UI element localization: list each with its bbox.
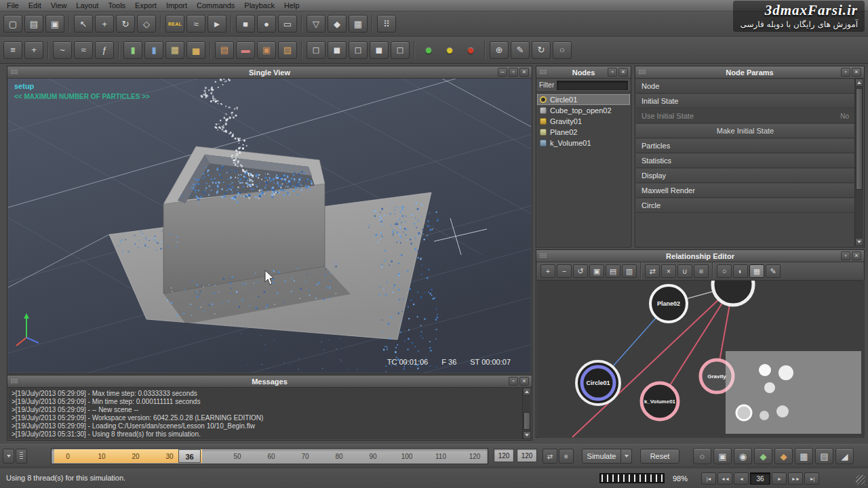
panel-float-button[interactable]: ▫ — [509, 377, 518, 386]
grid-domain2-icon[interactable]: ◼ — [328, 41, 347, 59]
stats-chart-icon[interactable]: ▅ — [186, 41, 205, 59]
batch-script-icon[interactable]: ƒ — [95, 41, 114, 59]
go-first-frame-icon[interactable]: |◄ — [701, 472, 716, 485]
job-manager-icon[interactable]: ▨ — [278, 41, 297, 59]
node-list-item-cube-top-open02[interactable]: Cube_top_open02 — [537, 105, 630, 116]
go-last-frame-icon[interactable]: ►| — [804, 472, 819, 485]
preview-zoom-icon[interactable]: ○ — [693, 448, 711, 464]
remove-node-icon[interactable]: − — [557, 264, 572, 278]
sim-graph-icon[interactable]: ▮ — [123, 41, 142, 59]
scroll-up-icon[interactable] — [523, 388, 531, 396]
filter-input[interactable] — [557, 81, 628, 90]
panel-float-button[interactable]: ▫ — [841, 251, 850, 260]
menu-view[interactable]: View — [46, 1, 72, 10]
pan-hand-icon[interactable]: ⊕ — [490, 41, 509, 59]
move-tool-icon[interactable]: + — [95, 15, 114, 33]
scale-tool-icon[interactable]: ◇ — [137, 15, 156, 33]
scroll-down-icon[interactable] — [523, 431, 531, 439]
nodes-titlebar[interactable]: ⠿⠿ Nodes ▫ × — [536, 66, 631, 79]
mesh-build-icon[interactable]: ◆ — [754, 448, 772, 464]
preview-play-icon[interactable]: ► — [208, 15, 226, 33]
max-frames-field[interactable]: 120 — [517, 449, 537, 462]
panel-close-button[interactable]: × — [519, 377, 529, 386]
message-log[interactable]: >[19/July/2013 05:29:09] - Max time step… — [8, 388, 522, 439]
resize-grip[interactable] — [856, 475, 865, 485]
timeline-link-icon[interactable]: ⇄ — [542, 449, 557, 464]
panel-close-button[interactable]: × — [519, 68, 529, 77]
image-viewer-icon[interactable]: ▣ — [257, 41, 276, 59]
params-section-statistics[interactable]: Statistics — [636, 154, 854, 168]
export-graph-icon[interactable]: ▤ — [606, 264, 620, 278]
realwave-icon[interactable]: ≈ — [186, 15, 205, 33]
next-frame-icon[interactable]: ► — [772, 472, 787, 485]
params-section-maxwell-render[interactable]: Maxwell Render — [636, 184, 854, 198]
panel-close-button[interactable]: × — [618, 68, 628, 77]
menu-commands[interactable]: Commands — [192, 1, 239, 10]
open-scene-icon[interactable]: ▤ — [24, 15, 43, 33]
viewport-canvas[interactable]: setup << MAXIMUM NUMBER OF PARTICLES >> … — [8, 79, 531, 373]
panel-drag-handle-icon[interactable]: ⠿⠿ — [10, 69, 18, 76]
menu-tools[interactable]: Tools — [103, 1, 130, 10]
simulate-button[interactable]: Simulate — [582, 449, 621, 464]
add-node-icon[interactable]: + — [540, 264, 555, 278]
panel-drag-handle-icon[interactable]: ⠿⠿ — [638, 69, 646, 76]
make-initial-state-button[interactable]: Make Initial State — [636, 124, 854, 138]
memory-graph-icon[interactable]: ▮ — [144, 41, 163, 59]
messages-titlebar[interactable]: ⠿⠿ Messages ▫ × — [7, 375, 532, 388]
add-layer-icon[interactable]: + — [24, 41, 43, 59]
frame-all-icon[interactable]: ▣ — [589, 264, 604, 278]
expand-icon[interactable]: ◢ — [835, 448, 854, 464]
scroll-up-icon[interactable] — [855, 79, 863, 87]
relationship-graph[interactable]: Plane02 Gravity Circle01 k_Volume01 — [537, 281, 865, 438]
status-green-icon[interactable]: ● — [419, 41, 438, 59]
transport-frame-field[interactable]: 36 — [750, 472, 770, 485]
annotate-pen-icon[interactable]: ✎ — [766, 264, 781, 278]
orbit-icon[interactable]: ↻ — [532, 41, 551, 59]
graph-node-circle01[interactable]: Circle01 — [576, 361, 620, 405]
relationship-editor-icon[interactable]: ⠿ — [377, 15, 396, 33]
params-section-particles[interactable]: Particles — [636, 139, 854, 153]
grid-options-icon[interactable]: ▦ — [795, 448, 813, 464]
refresh-graph-icon[interactable]: ↺ — [573, 264, 588, 278]
node-list-item-plane02[interactable]: Plane02 — [537, 127, 630, 138]
menu-export[interactable]: Export — [130, 1, 161, 10]
rotate-tool-icon[interactable]: ↻ — [116, 15, 135, 33]
select-tool-icon[interactable]: ↖ — [74, 15, 93, 33]
panel-float-button[interactable]: ▫ — [841, 68, 850, 77]
preview-eye-icon[interactable]: ◉ — [734, 448, 752, 464]
timeline-handle-button[interactable] — [16, 449, 27, 464]
new-scene-icon[interactable]: ▢ — [3, 15, 22, 33]
end-frame-field[interactable]: 120 — [494, 449, 514, 462]
node-list[interactable]: Circle01 Cube_top_open02 Gravity01 Plane… — [537, 93, 630, 246]
node-params-titlebar[interactable]: ⠿⠿ Node Params ▫ × — [635, 66, 864, 79]
timeline-menu-button[interactable] — [3, 449, 14, 464]
menu-help[interactable]: Help — [279, 1, 304, 10]
snapshot-icon[interactable]: ▣ — [713, 448, 732, 464]
panel-drag-handle-icon[interactable]: ⠿⠿ — [539, 69, 547, 76]
viewport-titlebar[interactable]: ⠿⠿ Single View – ▫ × — [7, 66, 532, 79]
menu-playback[interactable]: Playback — [239, 1, 279, 10]
viewport-3d-scene[interactable] — [8, 79, 531, 373]
timeline-track[interactable]: 0 10 20 30 50 60 70 80 90 100 110 120 36 — [51, 448, 488, 464]
params-field-use-initial-state[interactable]: Use Initial State No — [636, 109, 854, 123]
retime-icon[interactable]: ≈ — [74, 41, 93, 59]
menu-edit[interactable]: Edit — [24, 1, 46, 10]
timeline-current-frame[interactable]: 36 — [178, 449, 201, 463]
layers-icon[interactable]: ≡ — [3, 41, 22, 59]
align-nodes-icon[interactable]: ≡ — [694, 264, 709, 278]
save-scene-icon[interactable]: ▣ — [45, 15, 64, 33]
status-yellow-icon[interactable]: ● — [440, 41, 459, 59]
help-icon[interactable]: ○ — [553, 41, 572, 59]
params-scrollbar[interactable] — [854, 79, 863, 246]
reset-button[interactable]: Reset — [640, 449, 679, 464]
add-plane-icon[interactable]: ▭ — [278, 15, 297, 33]
movie-player-icon[interactable]: ▬ — [236, 41, 255, 59]
params-section-node[interactable]: Node — [636, 79, 854, 94]
prev-step-icon[interactable]: ◄◄ — [717, 472, 732, 485]
panel-drag-handle-icon[interactable]: ⠿⠿ — [539, 253, 547, 260]
add-daemon-icon[interactable]: ◆ — [328, 15, 347, 33]
panel-float-button[interactable]: ▫ — [509, 68, 518, 77]
graph-node-plane02[interactable]: Plane02 — [650, 285, 687, 322]
graph-node-hub[interactable] — [713, 281, 753, 305]
params-section-display[interactable]: Display — [636, 169, 854, 183]
